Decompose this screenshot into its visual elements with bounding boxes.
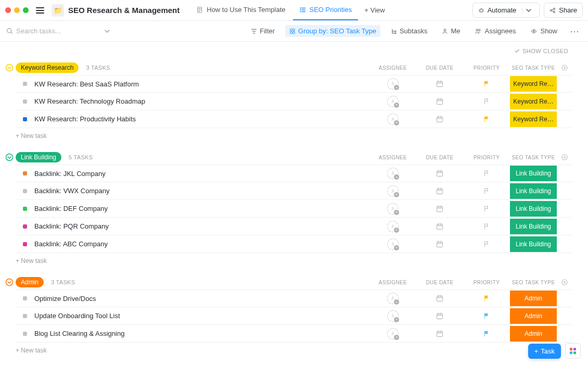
tasktype-cell[interactable]: Admin — [510, 291, 557, 306]
due-date-cell[interactable] — [416, 294, 463, 303]
due-date-cell[interactable] — [416, 330, 463, 338]
task-row[interactable]: Backlink: VWX Company + Link Building — [16, 182, 572, 200]
task-row[interactable]: Backlink: PQR Company + Link Building — [16, 218, 572, 235]
apps-fab[interactable] — [565, 343, 581, 359]
task-title[interactable]: KW Research: Productivity Habits — [34, 115, 369, 123]
assignee-cell[interactable]: + — [369, 203, 416, 215]
status-indicator[interactable] — [23, 171, 27, 175]
task-row[interactable]: Blog List Clearing & Assigning + Admin — [16, 325, 572, 343]
assignee-cell[interactable]: + — [369, 293, 416, 304]
due-date-cell[interactable] — [416, 115, 463, 123]
task-row[interactable]: Backlink: ABC Company + Link Building — [16, 235, 572, 253]
group-badge[interactable]: Link Building — [16, 152, 61, 162]
task-title[interactable]: Backlink: ABC Company — [34, 240, 369, 248]
automate-dropdown[interactable] — [522, 7, 534, 14]
assignee-cell[interactable]: + — [369, 221, 416, 232]
status-indicator[interactable] — [23, 189, 27, 193]
tasktype-cell[interactable]: Link Building — [510, 201, 557, 217]
priority-cell[interactable] — [463, 187, 510, 195]
task-title[interactable]: Optimize Drive/Docs — [34, 295, 369, 303]
due-date-cell[interactable] — [416, 97, 463, 106]
add-column-button[interactable] — [557, 279, 572, 286]
task-title[interactable]: Blog List Clearing & Assigning — [34, 330, 369, 337]
status-indicator[interactable] — [23, 314, 27, 318]
group-badge[interactable]: Keyword Research — [16, 62, 79, 73]
task-row[interactable]: KW Research: Best SaaS Platform + Keywor… — [16, 75, 572, 93]
tab-seo-priorities[interactable]: SEO Priorities — [293, 0, 359, 20]
status-indicator[interactable] — [23, 242, 27, 246]
minimize-window-icon[interactable] — [14, 7, 20, 13]
status-indicator[interactable] — [23, 117, 27, 121]
tasktype-cell[interactable]: Keyword Re… — [510, 76, 557, 92]
status-indicator[interactable] — [23, 332, 27, 336]
priority-cell[interactable] — [463, 116, 510, 123]
assignees-button[interactable]: Assignees — [470, 25, 520, 37]
due-date-cell[interactable] — [416, 80, 463, 88]
show-closed-button[interactable]: SHOW CLOSED — [514, 48, 568, 54]
due-date-cell[interactable] — [416, 205, 463, 213]
menu-icon[interactable] — [36, 5, 46, 16]
close-window-icon[interactable] — [5, 7, 11, 13]
add-column-button[interactable] — [557, 64, 572, 71]
task-title[interactable]: Backlink: DEF Company — [34, 205, 369, 212]
me-button[interactable]: Me — [438, 25, 464, 37]
task-title[interactable]: Backlink: VWX Company — [34, 187, 369, 195]
assignee-cell[interactable]: + — [369, 185, 416, 197]
collapse-toggle[interactable] — [5, 64, 14, 72]
group-badge[interactable]: Admin — [16, 277, 44, 287]
add-column-button[interactable] — [557, 154, 572, 161]
automate-button[interactable]: Automate — [472, 3, 540, 18]
due-date-cell[interactable] — [416, 240, 463, 248]
new-task-button[interactable]: + New task — [5, 253, 572, 265]
priority-cell[interactable] — [463, 98, 510, 105]
maximize-window-icon[interactable] — [23, 7, 29, 13]
due-date-cell[interactable] — [416, 187, 463, 195]
due-date-cell[interactable] — [416, 312, 463, 320]
task-title[interactable]: Backlink: JKL Company — [34, 170, 369, 178]
assignee-cell[interactable]: + — [369, 328, 416, 339]
due-date-cell[interactable] — [416, 169, 463, 178]
tasktype-cell[interactable]: Admin — [510, 308, 557, 324]
priority-cell[interactable] — [463, 330, 510, 337]
task-row[interactable]: Backlink: JKL Company + Link Building — [16, 165, 572, 182]
tasktype-cell[interactable]: Link Building — [510, 236, 557, 252]
show-button[interactable]: Show — [526, 25, 561, 37]
task-title[interactable]: KW Research: Best SaaS Platform — [34, 80, 369, 88]
status-indicator[interactable] — [23, 82, 27, 86]
due-date-cell[interactable] — [416, 222, 463, 231]
new-task-button[interactable]: + New task — [5, 343, 572, 354]
task-row[interactable]: Update Onboarding Tool List + Admin — [16, 307, 572, 325]
share-button[interactable]: Share — [544, 3, 583, 18]
group-by-button[interactable]: Group by: SEO Task Type — [285, 25, 380, 37]
task-row[interactable]: KW Research: Technology Roadmap + Keywor… — [16, 93, 572, 110]
tasktype-cell[interactable]: Link Building — [510, 183, 557, 199]
priority-cell[interactable] — [463, 223, 510, 230]
task-title[interactable]: KW Research: Technology Roadmap — [34, 97, 369, 105]
task-row[interactable]: Optimize Drive/Docs + Admin — [16, 290, 572, 307]
assignee-cell[interactable]: + — [369, 310, 416, 322]
folder-icon[interactable]: 📁 — [52, 4, 64, 17]
task-row[interactable]: Backlink: DEF Company + Link Building — [16, 200, 572, 218]
collapse-toggle[interactable] — [5, 278, 14, 286]
more-options-button[interactable]: ⋯ — [568, 26, 582, 37]
priority-cell[interactable] — [463, 241, 510, 248]
tasktype-cell[interactable]: Admin — [510, 326, 557, 342]
priority-cell[interactable] — [463, 312, 510, 320]
priority-cell[interactable] — [463, 205, 510, 212]
filter-button[interactable]: Filter — [247, 25, 279, 37]
priority-cell[interactable] — [463, 295, 510, 302]
search-input[interactable] — [16, 27, 89, 35]
assignee-cell[interactable]: + — [369, 114, 416, 125]
task-title[interactable]: Update Onboarding Tool List — [34, 312, 369, 320]
tasktype-cell[interactable]: Keyword Re… — [510, 94, 557, 109]
add-view-button[interactable]: + View — [359, 0, 390, 20]
tasktype-cell[interactable]: Keyword Re… — [510, 111, 557, 127]
assignee-cell[interactable]: + — [369, 96, 416, 107]
task-row[interactable]: KW Research: Productivity Habits + Keywo… — [16, 110, 572, 128]
status-indicator[interactable] — [23, 207, 27, 211]
tasktype-cell[interactable]: Link Building — [510, 219, 557, 234]
tasktype-cell[interactable]: Link Building — [510, 166, 557, 181]
priority-cell[interactable] — [463, 170, 510, 177]
subtasks-button[interactable]: Subtasks — [387, 25, 431, 37]
status-indicator[interactable] — [23, 99, 27, 104]
